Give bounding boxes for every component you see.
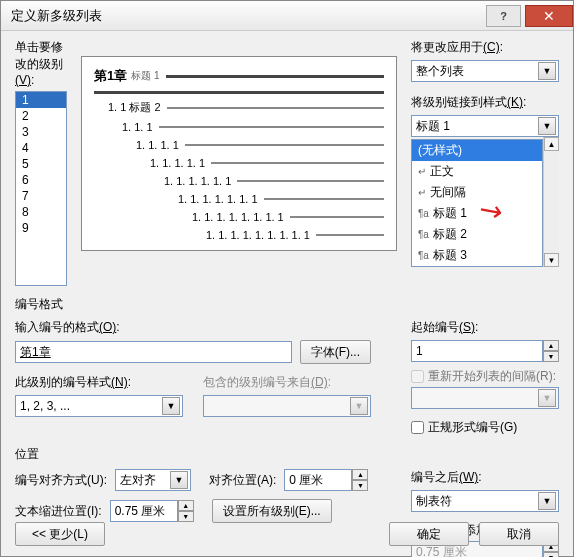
chevron-down-icon: ▼ <box>538 117 556 135</box>
ok-button[interactable]: 确定 <box>389 522 469 546</box>
indent-input[interactable] <box>110 500 178 522</box>
spin-up-icon[interactable]: ▲ <box>178 500 194 511</box>
paragraph-mark-icon: ¶a <box>418 250 429 261</box>
start-at-input[interactable] <box>411 340 543 362</box>
style-dropdown-list[interactable]: (无样式) ↵正文 ↵无间隔 ¶a标题 1 ¶a标题 2 ¶a标题 3 <box>411 139 543 267</box>
spin-down-icon[interactable]: ▼ <box>543 351 559 362</box>
help-button[interactable]: ? <box>486 5 521 27</box>
close-button[interactable]: ✕ <box>525 5 573 27</box>
set-all-levels-button[interactable]: 设置所有级别(E)... <box>212 499 332 523</box>
legal-format-checkbox[interactable]: 正规形式编号(G) <box>411 419 559 436</box>
chevron-down-icon: ▼ <box>538 492 556 510</box>
spin-up-icon[interactable]: ▲ <box>543 340 559 351</box>
include-level-select: ▼ <box>203 395 371 417</box>
restart-select: ▼ <box>411 387 559 409</box>
font-button[interactable]: 字体(F)... <box>300 340 371 364</box>
level-item[interactable]: 8 <box>16 204 66 220</box>
style-option[interactable]: ¶a标题 3 <box>412 245 542 266</box>
restart-checkbox: 重新开始列表的间隔(R): <box>411 368 559 385</box>
paragraph-mark-icon: ¶a <box>418 229 429 240</box>
align-at-spinner[interactable]: ▲▼ <box>284 469 368 491</box>
paragraph-mark-icon: ¶a <box>418 208 429 219</box>
apply-to-select[interactable]: 整个列表▼ <box>411 60 559 82</box>
style-option[interactable]: ↵无间隔 <box>412 182 542 203</box>
chevron-down-icon: ▼ <box>162 397 180 415</box>
follow-label: 编号之后(W): <box>411 469 559 486</box>
apply-to-label: 将更改应用于(C): <box>411 39 559 56</box>
level-label: 单击要修改的级别(V): <box>15 39 67 87</box>
level-item[interactable]: 1 <box>16 92 66 108</box>
level-item[interactable]: 2 <box>16 108 66 124</box>
scrollbar[interactable]: ▲ ▼ <box>543 137 559 267</box>
chevron-down-icon: ▼ <box>350 397 368 415</box>
level-item[interactable]: 6 <box>16 172 66 188</box>
level-listbox[interactable]: 1 2 3 4 5 6 7 8 9 <box>15 91 67 286</box>
number-format-input[interactable] <box>15 341 292 363</box>
spin-down-icon: ▼ <box>543 552 559 557</box>
less-button[interactable]: << 更少(L) <box>15 522 105 546</box>
start-at-spinner[interactable]: ▲▼ <box>411 340 559 362</box>
align-at-input[interactable] <box>284 469 352 491</box>
align-at-label: 对齐位置(A): <box>209 472 276 489</box>
level-item[interactable]: 3 <box>16 124 66 140</box>
dialog-title: 定义新多级列表 <box>11 7 486 25</box>
titlebar: 定义新多级列表 ? ✕ <box>1 1 573 31</box>
link-style-label: 将级别链接到样式(K): <box>411 94 559 111</box>
number-style-select[interactable]: 1, 2, 3, ...▼ <box>15 395 183 417</box>
scroll-up-icon[interactable]: ▲ <box>544 137 559 151</box>
spin-down-icon[interactable]: ▼ <box>352 480 368 491</box>
start-at-label: 起始编号(S): <box>411 319 559 336</box>
style-option[interactable]: ¶a标题 1 <box>412 203 542 224</box>
link-style-select[interactable]: 标题 1▼ <box>411 115 559 137</box>
style-option[interactable]: ¶a标题 2 <box>412 224 542 245</box>
number-style-label: 此级别的编号样式(N): <box>15 374 183 391</box>
number-format-group: 编号格式 <box>15 296 559 313</box>
spin-up-icon[interactable]: ▲ <box>352 469 368 480</box>
align-select[interactable]: 左对齐▼ <box>115 469 191 491</box>
paragraph-icon: ↵ <box>418 166 426 177</box>
indent-spinner[interactable]: ▲▼ <box>110 500 194 522</box>
style-option[interactable]: (无样式) <box>412 140 542 161</box>
level-item[interactable]: 9 <box>16 220 66 236</box>
indent-label: 文本缩进位置(I): <box>15 503 102 520</box>
level-item[interactable]: 7 <box>16 188 66 204</box>
align-label: 编号对齐方式(U): <box>15 472 107 489</box>
position-group: 位置 <box>15 446 559 463</box>
preview-pane: 第1章标题 1 1. 1 标题 2 1. 1. 1 1. 1. 1. 1 1. … <box>81 56 397 251</box>
number-format-label: 输入编号的格式(O): <box>15 319 371 336</box>
include-level-label: 包含的级别编号来自(D): <box>203 374 371 391</box>
chevron-down-icon: ▼ <box>170 471 188 489</box>
level-item[interactable]: 5 <box>16 156 66 172</box>
follow-select[interactable]: 制表符▼ <box>411 490 559 512</box>
scroll-down-icon[interactable]: ▼ <box>544 253 559 267</box>
spin-down-icon[interactable]: ▼ <box>178 511 194 522</box>
style-option[interactable]: ↵正文 <box>412 161 542 182</box>
chevron-down-icon: ▼ <box>538 389 556 407</box>
chevron-down-icon: ▼ <box>538 62 556 80</box>
cancel-button[interactable]: 取消 <box>479 522 559 546</box>
paragraph-icon: ↵ <box>418 187 426 198</box>
level-item[interactable]: 4 <box>16 140 66 156</box>
